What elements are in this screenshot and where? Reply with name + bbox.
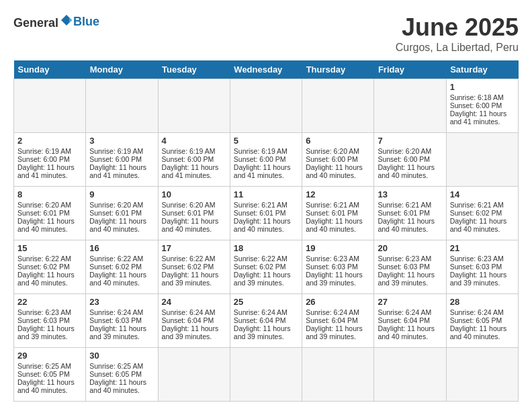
sunset-text: Sunset: 6:01 PM: [17, 209, 82, 217]
sunrise-text: Sunrise: 6:19 AM: [17, 147, 82, 155]
sunrise-text: Sunrise: 6:22 AM: [17, 255, 82, 263]
daylight-text: Daylight: 11 hours and 40 minutes.: [89, 378, 154, 394]
calendar-cell: [302, 79, 374, 133]
day-header-thursday: Thursday: [302, 60, 374, 79]
calendar-cell: 4Sunrise: 6:19 AMSunset: 6:00 PMDaylight…: [158, 133, 230, 187]
calendar-cell: 16Sunrise: 6:22 AMSunset: 6:02 PMDayligh…: [86, 240, 158, 294]
calendar-cell: 10Sunrise: 6:20 AMSunset: 6:01 PMDayligh…: [158, 187, 230, 240]
sunset-text: Sunset: 6:02 PM: [234, 263, 298, 271]
day-number: 8: [17, 189, 82, 199]
day-number: 17: [162, 243, 226, 253]
day-number: 16: [89, 243, 154, 253]
sunrise-text: Sunrise: 6:20 AM: [378, 147, 442, 155]
sunset-text: Sunset: 6:02 PM: [450, 209, 515, 217]
calendar-cell: 18Sunrise: 6:22 AMSunset: 6:02 PMDayligh…: [230, 240, 302, 294]
day-header-friday: Friday: [374, 60, 446, 79]
day-number: 21: [450, 243, 515, 253]
day-header-saturday: Saturday: [446, 60, 518, 79]
calendar-cell: 9Sunrise: 6:20 AMSunset: 6:01 PMDaylight…: [86, 187, 158, 240]
day-number: 24: [162, 297, 226, 307]
calendar-cell: 8Sunrise: 6:20 AMSunset: 6:01 PMDaylight…: [14, 187, 86, 240]
sunset-text: Sunset: 6:05 PM: [450, 316, 515, 324]
sunrise-text: Sunrise: 6:18 AM: [450, 93, 515, 101]
sunrise-text: Sunrise: 6:19 AM: [162, 147, 226, 155]
daylight-text: Daylight: 11 hours and 39 minutes.: [234, 324, 298, 340]
calendar-cell: [446, 133, 518, 187]
calendar-cell: 29Sunrise: 6:25 AMSunset: 6:05 PMDayligh…: [14, 348, 86, 402]
daylight-text: Daylight: 11 hours and 40 minutes.: [306, 163, 370, 179]
title-section: June 2025 Curgos, La Libertad, Peru: [396, 13, 519, 54]
week-row-5: 29Sunrise: 6:25 AMSunset: 6:05 PMDayligh…: [14, 348, 519, 402]
sunrise-text: Sunrise: 6:22 AM: [89, 255, 154, 263]
sunrise-text: Sunrise: 6:25 AM: [17, 362, 82, 370]
day-number: 25: [234, 297, 298, 307]
sunset-text: Sunset: 6:04 PM: [378, 316, 442, 324]
sunrise-text: Sunrise: 6:20 AM: [162, 201, 226, 209]
daylight-text: Daylight: 11 hours and 39 minutes.: [17, 324, 82, 340]
sunrise-text: Sunrise: 6:24 AM: [378, 308, 442, 316]
day-number: 14: [450, 189, 515, 199]
sunrise-text: Sunrise: 6:24 AM: [162, 308, 226, 316]
calendar-cell: 28Sunrise: 6:24 AMSunset: 6:05 PMDayligh…: [446, 294, 518, 348]
daylight-text: Daylight: 11 hours and 39 minutes.: [450, 271, 515, 287]
sunrise-text: Sunrise: 6:22 AM: [234, 255, 298, 263]
calendar-cell: 1Sunrise: 6:18 AMSunset: 6:00 PMDaylight…: [446, 79, 518, 133]
daylight-text: Daylight: 11 hours and 40 minutes.: [378, 163, 442, 179]
sunrise-text: Sunrise: 6:25 AM: [89, 362, 154, 370]
sunset-text: Sunset: 6:04 PM: [234, 316, 298, 324]
calendar-cell: 20Sunrise: 6:23 AMSunset: 6:03 PMDayligh…: [374, 240, 446, 294]
week-row-0: 1Sunrise: 6:18 AMSunset: 6:00 PMDaylight…: [14, 79, 519, 133]
daylight-text: Daylight: 11 hours and 40 minutes.: [450, 324, 515, 340]
calendar-cell: 2Sunrise: 6:19 AMSunset: 6:00 PMDaylight…: [14, 133, 86, 187]
day-number: 13: [378, 189, 442, 199]
sunset-text: Sunset: 6:01 PM: [162, 209, 226, 217]
sunrise-text: Sunrise: 6:23 AM: [450, 255, 515, 263]
calendar-cell: 7Sunrise: 6:20 AMSunset: 6:00 PMDaylight…: [374, 133, 446, 187]
calendar-cell: [230, 79, 302, 133]
daylight-text: Daylight: 11 hours and 41 minutes.: [234, 163, 298, 179]
sunrise-text: Sunrise: 6:19 AM: [234, 147, 298, 155]
sunset-text: Sunset: 6:00 PM: [234, 155, 298, 163]
day-number: 11: [234, 189, 298, 199]
sunrise-text: Sunrise: 6:22 AM: [162, 255, 226, 263]
sunset-text: Sunset: 6:01 PM: [234, 209, 298, 217]
daylight-text: Daylight: 11 hours and 39 minutes.: [378, 271, 442, 287]
sunset-text: Sunset: 6:03 PM: [378, 263, 442, 271]
calendar-cell: 14Sunrise: 6:21 AMSunset: 6:02 PMDayligh…: [446, 187, 518, 240]
day-number: 4: [162, 136, 226, 146]
calendar-cell: [374, 79, 446, 133]
sunrise-text: Sunrise: 6:20 AM: [306, 147, 370, 155]
daylight-text: Daylight: 11 hours and 41 minutes.: [89, 163, 154, 179]
calendar-cell: [14, 79, 86, 133]
day-header-monday: Monday: [86, 60, 158, 79]
logo-blue: Blue: [73, 15, 99, 28]
daylight-text: Daylight: 11 hours and 40 minutes.: [378, 217, 442, 233]
sunset-text: Sunset: 6:00 PM: [162, 155, 226, 163]
calendar-cell: 30Sunrise: 6:25 AMSunset: 6:05 PMDayligh…: [86, 348, 158, 402]
day-header-tuesday: Tuesday: [158, 60, 230, 79]
calendar-title: June 2025: [396, 13, 519, 42]
day-number: 7: [378, 136, 442, 146]
sunset-text: Sunset: 6:00 PM: [450, 101, 515, 109]
sunset-text: Sunset: 6:00 PM: [306, 155, 370, 163]
logo-icon: [60, 13, 73, 27]
calendar-cell: 12Sunrise: 6:21 AMSunset: 6:01 PMDayligh…: [302, 187, 374, 240]
day-number: 29: [17, 351, 82, 361]
sunrise-text: Sunrise: 6:24 AM: [89, 308, 154, 316]
sunset-text: Sunset: 6:01 PM: [89, 209, 154, 217]
calendar-cell: 17Sunrise: 6:22 AMSunset: 6:02 PMDayligh…: [158, 240, 230, 294]
sunrise-text: Sunrise: 6:23 AM: [378, 255, 442, 263]
daylight-text: Daylight: 11 hours and 40 minutes.: [378, 324, 442, 340]
day-header-sunday: Sunday: [14, 60, 86, 79]
day-number: 23: [89, 297, 154, 307]
day-number: 5: [234, 136, 298, 146]
sunrise-text: Sunrise: 6:24 AM: [306, 308, 370, 316]
sunrise-text: Sunrise: 6:23 AM: [17, 308, 82, 316]
day-number: 12: [306, 189, 370, 199]
day-number: 30: [89, 351, 154, 361]
day-headers-row: SundayMondayTuesdayWednesdayThursdayFrid…: [14, 60, 519, 79]
daylight-text: Daylight: 11 hours and 40 minutes.: [89, 271, 154, 287]
calendar-cell: 15Sunrise: 6:22 AMSunset: 6:02 PMDayligh…: [14, 240, 86, 294]
daylight-text: Daylight: 11 hours and 40 minutes.: [17, 378, 82, 394]
sunset-text: Sunset: 6:00 PM: [378, 155, 442, 163]
